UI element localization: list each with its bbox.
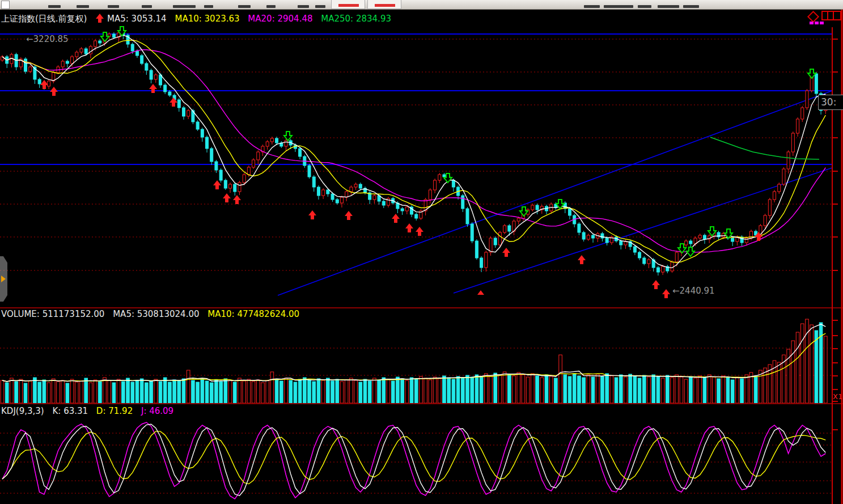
low-price-label: ←2440.91: [672, 286, 715, 296]
buy-arrow-icon: [213, 180, 221, 189]
sell-arrow-icon: [687, 247, 694, 256]
kdj-header: KDJ(9,3,3) K: 63.31 D: 71.92 J: 46.09: [1, 406, 179, 416]
volume-value: VOLUME: 511173152.00: [1, 309, 104, 319]
buy-arrow-icon: [392, 214, 400, 223]
buy-arrow-icon: [652, 280, 660, 289]
buy-arrow-icon: [170, 98, 177, 107]
ma10-value: MA10: 3023.63: [175, 14, 239, 24]
buy-arrow-icon: [502, 248, 510, 257]
symbol-title: 上证指数(日线.前复权): [1, 14, 87, 24]
buy-arrow-icon: [40, 80, 48, 89]
buy-arrow-icon: [50, 87, 58, 96]
sidebar-expand-handle[interactable]: [0, 256, 7, 302]
volume-unit-label: X1: [833, 392, 842, 401]
pane-dot-icon[interactable]: [820, 22, 824, 24]
kdj-j-value: J: 46.09: [141, 406, 173, 416]
last-price-axis-label: 30:: [818, 95, 843, 110]
trend-up-icon: [95, 13, 104, 23]
ma20-value: MA20: 2904.48: [248, 14, 312, 24]
chart-canvas[interactable]: [0, 0, 843, 504]
trading-app-window: 上证指数(日线.前复权) MA5: 3053.14 MA10: 3023.63 …: [0, 0, 843, 504]
buy-arrow-icon: [662, 289, 670, 298]
kdj-title: KDJ(9,3,3): [1, 406, 44, 416]
volume-ma10-value: MA10: 477482624.00: [207, 309, 299, 319]
buy-arrow-icon: [405, 223, 413, 232]
expand-arrow-icon: [1, 276, 6, 282]
gridlines: [0, 39, 832, 493]
buy-arrow-icon: [345, 211, 353, 220]
ma250-value: MA250: 2834.93: [321, 14, 391, 24]
high-price-label: ←3220.85: [26, 34, 69, 44]
volume-series: [1, 319, 827, 403]
pane-dot-icon[interactable]: [815, 22, 819, 24]
volume-header: VOLUME: 511173152.00 MA5: 530813024.00 M…: [1, 309, 305, 319]
buy-arrow-icon: [416, 227, 423, 236]
alert-triangle-icon: [477, 290, 484, 295]
ma5-value: MA5: 3053.14: [107, 14, 167, 24]
volume-ma5-value: MA5: 530813024.00: [113, 309, 199, 319]
kdj-k-value: K: 63.31: [52, 406, 88, 416]
sell-arrow-icon: [520, 207, 528, 216]
candlestick-series: [1, 31, 827, 276]
buy-arrow-icon: [233, 195, 241, 204]
split-window-icon[interactable]: [821, 11, 841, 20]
buy-arrow-icon: [223, 193, 231, 202]
buy-arrow-icon: [149, 84, 157, 93]
pane-dot-icon[interactable]: [810, 22, 814, 24]
main-chart-header: 上证指数(日线.前复权) MA5: 3053.14 MA10: 3023.63 …: [1, 13, 397, 24]
buy-arrow-icon: [308, 210, 316, 219]
blue-reference-lines: [0, 34, 832, 295]
volume-ma-lines: [2, 324, 825, 382]
price-ma-lines: [2, 35, 825, 268]
kdj-lines: [2, 422, 825, 499]
signal-markers: [40, 27, 816, 298]
buy-arrow-icon: [578, 255, 586, 264]
kdj-d-value: D: 71.92: [96, 406, 133, 416]
sell-arrow-icon: [725, 229, 732, 238]
